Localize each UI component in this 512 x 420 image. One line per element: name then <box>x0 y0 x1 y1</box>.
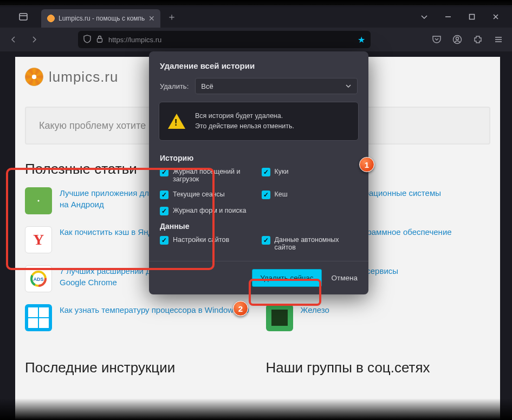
check-icon: ✓ <box>262 236 270 245</box>
article-item: Железо <box>266 304 491 331</box>
svg-rect-0 <box>20 14 27 20</box>
article-link[interactable]: Как узнать температуру процессора в Wind… <box>60 304 249 316</box>
tab-favicon <box>47 14 55 23</box>
url-bar[interactable]: https://lumpics.ru ★ <box>78 31 371 48</box>
tab-title: Lumpics.ru - помощь с компь <box>59 15 145 22</box>
checkbox-cache[interactable]: ✓Кеш <box>262 191 358 199</box>
windows-icon <box>25 304 52 331</box>
group-title-history: Историю <box>160 154 358 162</box>
check-icon: ✓ <box>160 168 168 176</box>
time-range-label: Удалить: <box>160 82 189 90</box>
time-range-select[interactable]: Всё <box>195 78 358 94</box>
check-icon: ✓ <box>160 236 168 245</box>
ads-icon: ADS <box>25 265 52 292</box>
time-range-value: Всё <box>201 82 213 90</box>
new-tab-button[interactable]: ＋ <box>160 10 183 23</box>
android-icon <box>25 187 52 214</box>
site-name: lumpics.ru <box>49 69 118 86</box>
check-icon: ✓ <box>160 191 168 199</box>
titlebar: Lumpics.ru - помощь с компь ✕ ＋ <box>0 6 512 28</box>
chevron-down-icon <box>345 83 352 89</box>
window-close-button[interactable] <box>484 6 508 28</box>
window-maximize-button[interactable] <box>460 6 484 28</box>
url-text: https://lumpics.ru <box>108 36 352 44</box>
pocket-icon[interactable] <box>429 31 445 48</box>
shield-icon[interactable] <box>83 35 91 45</box>
lock-icon[interactable] <box>96 35 103 44</box>
site-logo-icon[interactable] <box>25 68 43 86</box>
bookmark-star-icon[interactable]: ★ <box>358 35 365 45</box>
toolbar: https://lumpics.ru ★ <box>0 28 512 51</box>
checkbox-form-history[interactable]: ✓Журнал форм и поиска <box>160 207 358 215</box>
search-placeholder: Какую проблему хотите р <box>39 120 154 132</box>
window-minimize-button[interactable] <box>436 6 460 28</box>
yandex-icon: Y <box>25 226 52 253</box>
warning-line1: Вся история будет удалена. <box>195 111 294 121</box>
extensions-icon[interactable] <box>470 31 486 48</box>
account-icon[interactable] <box>449 31 465 48</box>
check-icon: ✓ <box>262 168 270 176</box>
warning-box: Вся история будет удалена. Это действие … <box>159 102 359 141</box>
section-title-latest: Последние инструкции <box>25 359 250 376</box>
svg-rect-3 <box>470 15 475 19</box>
clear-history-dialog: Удаление всей истории Удалить: Всё Вся и… <box>149 51 368 294</box>
annotation-badge-1: 1 <box>359 157 374 172</box>
checkbox-active-sessions[interactable]: ✓Текущие сеансы <box>160 191 256 199</box>
history-group: Историю ✓Журнал посещений и загрузок ✓Ку… <box>149 148 368 216</box>
dialog-title: Удаление всей истории <box>149 51 368 73</box>
delete-now-button[interactable]: Удалить сейчас <box>252 269 321 287</box>
library-icon[interactable] <box>16 10 30 24</box>
svg-point-6 <box>456 37 459 40</box>
article-link[interactable]: Железо <box>301 304 329 316</box>
forward-button[interactable] <box>26 31 42 48</box>
warning-icon <box>168 114 185 129</box>
checkbox-browsing-history[interactable]: ✓Журнал посещений и загрузок <box>160 168 256 183</box>
hardware-icon <box>266 304 293 331</box>
back-button[interactable] <box>5 31 22 48</box>
section-title-social: Наши группы в соц.сетях <box>266 359 491 376</box>
check-icon: ✓ <box>160 207 168 215</box>
checkbox-offline-data[interactable]: ✓Данные автономных сайтов <box>262 236 358 251</box>
article-item: Как узнать температуру процессора в Wind… <box>25 304 250 331</box>
browser-tab[interactable]: Lumpics.ru - помощь с компь ✕ <box>41 9 160 28</box>
warning-line2: Это действие нельзя отменить. <box>195 121 294 132</box>
checkbox-site-settings[interactable]: ✓Настройки сайтов <box>160 236 256 251</box>
menu-icon[interactable] <box>490 31 507 48</box>
tabs-dropdown-icon[interactable] <box>412 6 436 28</box>
svg-rect-4 <box>98 38 102 42</box>
check-icon: ✓ <box>262 191 270 199</box>
time-range-row: Удалить: Всё <box>149 73 368 102</box>
annotation-badge-2: 2 <box>233 301 248 316</box>
group-title-data: Данные <box>160 222 358 231</box>
svg-text:ADS: ADS <box>33 277 43 282</box>
tab-close-icon[interactable]: ✕ <box>148 14 155 23</box>
data-group: Данные ✓Настройки сайтов ✓Данные автоном… <box>149 216 368 261</box>
warning-text: Вся история будет удалена. Это действие … <box>195 111 294 132</box>
dialog-footer: Удалить сейчас Отмена <box>149 261 368 294</box>
cancel-button[interactable]: Отмена <box>332 274 358 282</box>
checkbox-cookies[interactable]: ✓Куки <box>262 168 358 183</box>
